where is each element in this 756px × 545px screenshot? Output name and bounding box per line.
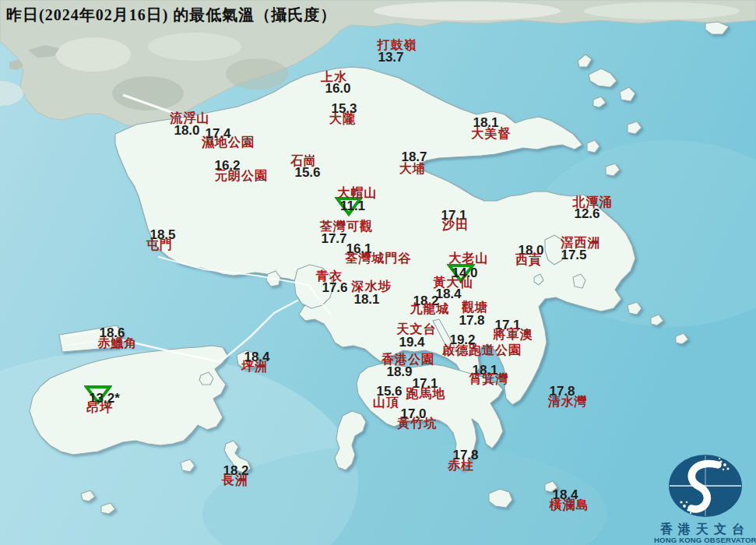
station-name: 跑馬地 [406,388,446,400]
hong-kong-map [0,0,756,545]
station-name: 香港公園 [382,353,434,366]
station-name: 橫瀾島 [550,499,589,512]
station-name: 赤鱲角 [98,337,138,350]
station-name: 西貢 [515,254,542,266]
station-value: 18.4 [435,287,461,301]
station-name: 滘西洲 [561,237,601,249]
station-name: 將軍澳 [494,329,533,341]
station-value: 17.8 [459,314,484,327]
station-name: 濕地公園 [202,136,255,149]
station-name: 黃竹坑 [398,417,438,430]
weather-map-screenshot: 昨日(2024年02月16日) 的最低氣溫（攝氏度） 13.7打鼓嶺16.0上水… [0,0,756,545]
station-name: 清水灣 [548,396,588,408]
station-value: 15.6 [294,166,320,179]
station-name: 觀塘 [462,301,488,314]
station-name: 大美督 [472,128,512,140]
station-name: 啟德跑道公園 [442,344,522,357]
station-name: 元朗公園 [215,170,268,182]
station-name: 大老山 [449,252,489,265]
station-value: 17.6 [322,281,347,294]
station-value: 11.1 [340,199,365,213]
map-title: 昨日(2024年02月16日) 的最低氣溫（攝氏度） [6,5,336,26]
station-name: 北潭涌 [573,196,613,209]
station-name: 流浮山 [171,112,210,125]
station-name: 筲箕灣 [469,373,509,385]
station-value: 18.1 [353,293,379,306]
hko-logo-emblem [666,454,744,518]
station-name: 青衣 [316,270,343,283]
station-value: 17.7 [321,232,346,245]
station-name: 上水 [321,71,347,83]
station-name: 九龍城 [410,303,450,315]
station-name: 屯門 [146,239,173,251]
station-value: 13.7 [378,51,403,64]
station-name: 荃灣城門谷 [346,252,412,265]
station-value: 17.5 [561,248,586,262]
station-value: 16.0 [325,82,350,95]
station-name: 黃大仙 [434,276,473,289]
station-name: 打鼓嶺 [378,39,417,51]
station-name: 長洲 [222,474,248,487]
station-name: 荃灣可觀 [320,220,373,233]
hko-logo-chinese: 香港天文台 [654,522,756,536]
station-name: 昂坪 [86,402,113,414]
hko-logo-english: HONG KONG OBSERVATORY [654,536,756,544]
station-name: 山頂 [373,396,399,409]
station-name: 坪洲 [241,360,268,373]
station-name: 天文台 [397,323,437,336]
station-name: 大隴 [329,113,356,125]
station-name: 沙田 [442,219,469,231]
station-value: 18.9 [386,365,412,378]
station-value: 12.6 [574,207,600,220]
station-value: 18.0 [174,124,199,137]
station-name: 赤柱 [448,459,474,472]
station-value: 18.7 [401,150,427,164]
station-name: 深水埗 [352,280,392,293]
hko-logo: 香港天文台 HONG KONG OBSERVATORY [654,454,756,545]
station-name: 石崗 [290,155,317,167]
station-name: 大埔 [399,163,426,175]
station-name: 大帽山 [338,187,378,199]
station-value: 19.4 [399,336,424,349]
